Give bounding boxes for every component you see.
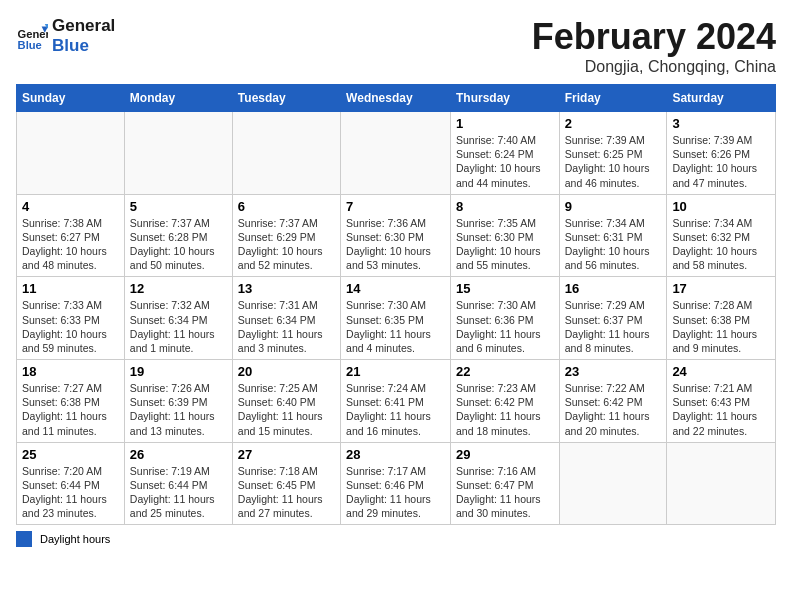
logo-icon: General Blue [16, 20, 48, 52]
day-number: 15 [456, 281, 554, 296]
calendar-cell: 27Sunrise: 7:18 AM Sunset: 6:45 PM Dayli… [232, 442, 340, 525]
day-number: 10 [672, 199, 770, 214]
day-number: 29 [456, 447, 554, 462]
day-number: 7 [346, 199, 445, 214]
calendar-day-header: Wednesday [341, 85, 451, 112]
calendar-cell [17, 112, 125, 195]
day-info: Sunrise: 7:28 AM Sunset: 6:38 PM Dayligh… [672, 298, 770, 355]
day-info: Sunrise: 7:35 AM Sunset: 6:30 PM Dayligh… [456, 216, 554, 273]
day-info: Sunrise: 7:27 AM Sunset: 6:38 PM Dayligh… [22, 381, 119, 438]
logo-line2: Blue [52, 36, 115, 56]
day-info: Sunrise: 7:30 AM Sunset: 6:36 PM Dayligh… [456, 298, 554, 355]
location-title: Dongjia, Chongqing, China [532, 58, 776, 76]
calendar-table: SundayMondayTuesdayWednesdayThursdayFrid… [16, 84, 776, 525]
calendar-cell [667, 442, 776, 525]
calendar-cell: 16Sunrise: 7:29 AM Sunset: 6:37 PM Dayli… [559, 277, 667, 360]
day-info: Sunrise: 7:24 AM Sunset: 6:41 PM Dayligh… [346, 381, 445, 438]
day-number: 24 [672, 364, 770, 379]
calendar-cell: 2Sunrise: 7:39 AM Sunset: 6:25 PM Daylig… [559, 112, 667, 195]
day-info: Sunrise: 7:34 AM Sunset: 6:31 PM Dayligh… [565, 216, 662, 273]
calendar-header-row: SundayMondayTuesdayWednesdayThursdayFrid… [17, 85, 776, 112]
calendar-day-header: Thursday [450, 85, 559, 112]
logo-line1: General [52, 16, 115, 36]
day-number: 27 [238, 447, 335, 462]
calendar-cell: 18Sunrise: 7:27 AM Sunset: 6:38 PM Dayli… [17, 360, 125, 443]
day-info: Sunrise: 7:34 AM Sunset: 6:32 PM Dayligh… [672, 216, 770, 273]
day-number: 25 [22, 447, 119, 462]
day-number: 16 [565, 281, 662, 296]
month-title: February 2024 [532, 16, 776, 58]
calendar-cell: 21Sunrise: 7:24 AM Sunset: 6:41 PM Dayli… [341, 360, 451, 443]
calendar-cell: 28Sunrise: 7:17 AM Sunset: 6:46 PM Dayli… [341, 442, 451, 525]
calendar-cell: 19Sunrise: 7:26 AM Sunset: 6:39 PM Dayli… [124, 360, 232, 443]
header: General Blue General Blue February 2024 … [16, 16, 776, 76]
day-number: 2 [565, 116, 662, 131]
calendar-week-row: 4Sunrise: 7:38 AM Sunset: 6:27 PM Daylig… [17, 194, 776, 277]
day-info: Sunrise: 7:31 AM Sunset: 6:34 PM Dayligh… [238, 298, 335, 355]
day-number: 28 [346, 447, 445, 462]
calendar-week-row: 25Sunrise: 7:20 AM Sunset: 6:44 PM Dayli… [17, 442, 776, 525]
day-number: 6 [238, 199, 335, 214]
day-number: 8 [456, 199, 554, 214]
calendar-cell [124, 112, 232, 195]
day-info: Sunrise: 7:39 AM Sunset: 6:26 PM Dayligh… [672, 133, 770, 190]
day-info: Sunrise: 7:40 AM Sunset: 6:24 PM Dayligh… [456, 133, 554, 190]
day-info: Sunrise: 7:22 AM Sunset: 6:42 PM Dayligh… [565, 381, 662, 438]
day-info: Sunrise: 7:30 AM Sunset: 6:35 PM Dayligh… [346, 298, 445, 355]
day-number: 21 [346, 364, 445, 379]
title-block: February 2024 Dongjia, Chongqing, China [532, 16, 776, 76]
day-number: 12 [130, 281, 227, 296]
calendar-cell: 15Sunrise: 7:30 AM Sunset: 6:36 PM Dayli… [450, 277, 559, 360]
calendar-cell: 22Sunrise: 7:23 AM Sunset: 6:42 PM Dayli… [450, 360, 559, 443]
calendar-cell: 20Sunrise: 7:25 AM Sunset: 6:40 PM Dayli… [232, 360, 340, 443]
day-info: Sunrise: 7:17 AM Sunset: 6:46 PM Dayligh… [346, 464, 445, 521]
calendar-cell: 4Sunrise: 7:38 AM Sunset: 6:27 PM Daylig… [17, 194, 125, 277]
day-number: 23 [565, 364, 662, 379]
calendar-day-header: Tuesday [232, 85, 340, 112]
calendar-cell [232, 112, 340, 195]
day-info: Sunrise: 7:37 AM Sunset: 6:29 PM Dayligh… [238, 216, 335, 273]
day-number: 5 [130, 199, 227, 214]
calendar-cell: 26Sunrise: 7:19 AM Sunset: 6:44 PM Dayli… [124, 442, 232, 525]
day-info: Sunrise: 7:16 AM Sunset: 6:47 PM Dayligh… [456, 464, 554, 521]
day-number: 18 [22, 364, 119, 379]
legend-label: Daylight hours [40, 533, 110, 545]
calendar-cell: 17Sunrise: 7:28 AM Sunset: 6:38 PM Dayli… [667, 277, 776, 360]
day-info: Sunrise: 7:36 AM Sunset: 6:30 PM Dayligh… [346, 216, 445, 273]
calendar-week-row: 18Sunrise: 7:27 AM Sunset: 6:38 PM Dayli… [17, 360, 776, 443]
calendar-week-row: 1Sunrise: 7:40 AM Sunset: 6:24 PM Daylig… [17, 112, 776, 195]
calendar-cell: 11Sunrise: 7:33 AM Sunset: 6:33 PM Dayli… [17, 277, 125, 360]
day-number: 14 [346, 281, 445, 296]
day-info: Sunrise: 7:25 AM Sunset: 6:40 PM Dayligh… [238, 381, 335, 438]
calendar-cell: 3Sunrise: 7:39 AM Sunset: 6:26 PM Daylig… [667, 112, 776, 195]
calendar-cell: 10Sunrise: 7:34 AM Sunset: 6:32 PM Dayli… [667, 194, 776, 277]
day-info: Sunrise: 7:29 AM Sunset: 6:37 PM Dayligh… [565, 298, 662, 355]
day-number: 26 [130, 447, 227, 462]
calendar-cell: 8Sunrise: 7:35 AM Sunset: 6:30 PM Daylig… [450, 194, 559, 277]
calendar-cell [559, 442, 667, 525]
calendar-cell: 1Sunrise: 7:40 AM Sunset: 6:24 PM Daylig… [450, 112, 559, 195]
calendar-cell: 24Sunrise: 7:21 AM Sunset: 6:43 PM Dayli… [667, 360, 776, 443]
calendar-cell: 9Sunrise: 7:34 AM Sunset: 6:31 PM Daylig… [559, 194, 667, 277]
calendar-day-header: Friday [559, 85, 667, 112]
day-number: 19 [130, 364, 227, 379]
day-info: Sunrise: 7:23 AM Sunset: 6:42 PM Dayligh… [456, 381, 554, 438]
calendar-cell: 13Sunrise: 7:31 AM Sunset: 6:34 PM Dayli… [232, 277, 340, 360]
day-info: Sunrise: 7:37 AM Sunset: 6:28 PM Dayligh… [130, 216, 227, 273]
day-number: 9 [565, 199, 662, 214]
day-info: Sunrise: 7:38 AM Sunset: 6:27 PM Dayligh… [22, 216, 119, 273]
calendar-cell: 25Sunrise: 7:20 AM Sunset: 6:44 PM Dayli… [17, 442, 125, 525]
calendar-cell: 12Sunrise: 7:32 AM Sunset: 6:34 PM Dayli… [124, 277, 232, 360]
day-number: 1 [456, 116, 554, 131]
day-number: 3 [672, 116, 770, 131]
day-info: Sunrise: 7:18 AM Sunset: 6:45 PM Dayligh… [238, 464, 335, 521]
day-number: 20 [238, 364, 335, 379]
logo: General Blue General Blue [16, 16, 115, 57]
legend: Daylight hours [16, 531, 776, 547]
calendar-week-row: 11Sunrise: 7:33 AM Sunset: 6:33 PM Dayli… [17, 277, 776, 360]
calendar-cell: 5Sunrise: 7:37 AM Sunset: 6:28 PM Daylig… [124, 194, 232, 277]
day-number: 17 [672, 281, 770, 296]
calendar-cell: 23Sunrise: 7:22 AM Sunset: 6:42 PM Dayli… [559, 360, 667, 443]
day-info: Sunrise: 7:19 AM Sunset: 6:44 PM Dayligh… [130, 464, 227, 521]
day-info: Sunrise: 7:39 AM Sunset: 6:25 PM Dayligh… [565, 133, 662, 190]
